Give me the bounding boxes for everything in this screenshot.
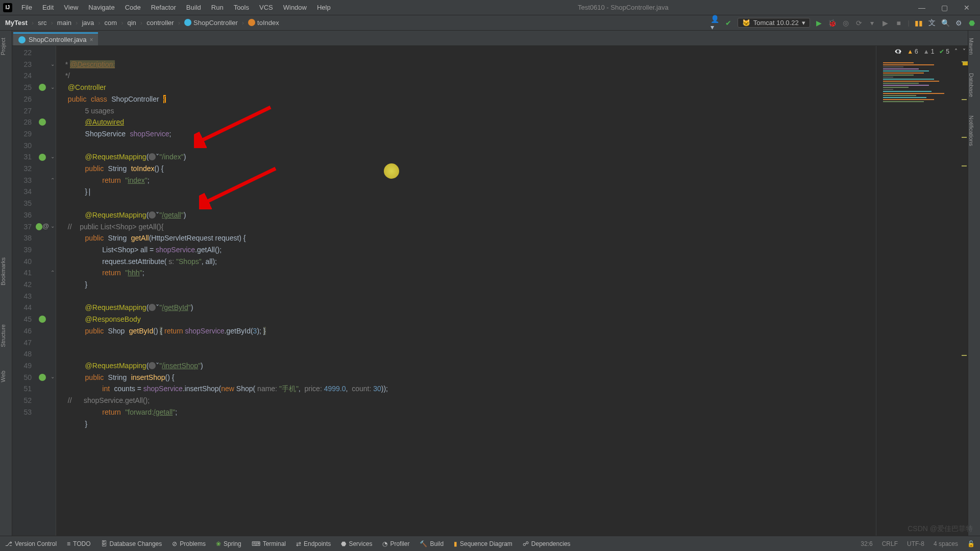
toolwindow-maven[interactable]: Maven <box>968 34 974 59</box>
menu-vcs[interactable]: VCS <box>255 3 277 12</box>
toolwindow-structure[interactable]: Structure <box>0 320 6 351</box>
toolwindow-project[interactable]: Project <box>0 34 6 59</box>
close-window-button[interactable]: ✕ <box>957 4 977 12</box>
build-icon: 🔨 <box>420 540 427 547</box>
spring-bean-icon[interactable] <box>36 223 42 230</box>
weak-warning-icon[interactable]: ▲ <box>923 48 929 55</box>
crumb-method[interactable]: toIndex <box>247 19 280 27</box>
tab-shopcontroller[interactable]: ShopController.java × <box>13 32 98 45</box>
override-icon[interactable]: @ <box>42 221 49 232</box>
spring-bean-icon[interactable] <box>39 316 46 323</box>
menu-run[interactable]: Run <box>207 3 228 12</box>
run-config-selector[interactable]: 🐱 Tomcat 10.0.22 ▾ <box>738 18 810 28</box>
reader-mode-icon[interactable]: 👁‍🗨 <box>894 48 902 55</box>
menu-file[interactable]: File <box>17 3 36 12</box>
right-tool-stripe: Maven Database Notifications <box>968 31 980 536</box>
run-button[interactable]: ▶ <box>815 19 823 27</box>
web-icon <box>149 153 156 160</box>
tw-services[interactable]: ⬣Services <box>341 540 372 547</box>
menu-window[interactable]: Window <box>279 3 311 12</box>
diagram-icon: ▮ <box>454 540 457 547</box>
crumb-class[interactable]: ShopController <box>183 19 239 27</box>
tw-terminal[interactable]: ⌨Terminal <box>252 540 286 547</box>
coverage-button[interactable]: ◎ <box>842 19 850 27</box>
crumb-controller[interactable]: controller <box>145 19 175 27</box>
inspection-bar: 👁‍🗨 ▲6 ▲1 ✔5 ˄ ˅ <box>876 46 968 536</box>
web-icon <box>149 362 156 369</box>
tw-seq-diagram[interactable]: ▮Sequence Diagram <box>454 540 512 547</box>
problems-icon: ⊘ <box>172 540 177 547</box>
check-icon[interactable]: ✔ <box>939 48 944 55</box>
minimap[interactable] <box>881 61 968 199</box>
tw-db-changes[interactable]: 🗄Database Changes <box>101 540 162 547</box>
menu-edit[interactable]: Edit <box>38 3 58 12</box>
line-separator[interactable]: CRLF <box>882 540 898 547</box>
toolwindow-notifications[interactable]: Notifications <box>968 111 974 150</box>
settings-icon[interactable]: ⚙ <box>954 19 963 27</box>
code-with-me-icon[interactable]: ⬣ <box>968 19 976 27</box>
indent-config[interactable]: 4 spaces <box>934 540 958 547</box>
fold-gutter[interactable]: ⌄⌄ ⌄⌃ ⌄⌃ ⌄ <box>49 46 56 536</box>
vcs-person-icon[interactable]: 👤▾ <box>711 19 719 27</box>
crumb-java[interactable]: java <box>81 19 95 27</box>
tw-dependencies[interactable]: ☍Dependencies <box>523 540 571 547</box>
crumb-src[interactable]: src <box>37 19 47 27</box>
chevron-down-icon[interactable]: ▾ <box>868 19 876 27</box>
menu-code[interactable]: Code <box>121 3 145 12</box>
tw-endpoints[interactable]: ⇄Endpoints <box>296 540 331 547</box>
spring-bean-icon[interactable] <box>39 84 46 91</box>
database-icon: 🗄 <box>101 540 107 547</box>
warning-icon[interactable]: ▲ <box>907 48 913 55</box>
method-icon <box>248 19 255 26</box>
menu-build[interactable]: Build <box>182 3 205 12</box>
maximize-button[interactable]: ▢ <box>934 4 954 12</box>
tw-version-control[interactable]: ⎇Version Control <box>5 540 57 547</box>
tw-spring[interactable]: ❀Spring <box>216 540 241 547</box>
app-logo: IJ <box>3 3 12 12</box>
translate-icon[interactable]: 文 <box>928 19 936 27</box>
menu-view[interactable]: View <box>60 3 82 12</box>
code-area[interactable]: * @Description: */ @Controller public cl… <box>56 46 876 536</box>
toolwindow-web[interactable]: Web <box>0 367 6 386</box>
crumb-qin[interactable]: qin <box>127 19 137 27</box>
vcs-update-icon[interactable]: ✔ <box>724 19 732 27</box>
menu-refactor[interactable]: Refactor <box>147 3 180 12</box>
endpoints-icon: ⇄ <box>296 540 301 547</box>
tw-build[interactable]: 🔨Build <box>420 540 444 547</box>
navbar: MyTest › src› main› java› com› qin› cont… <box>0 15 980 31</box>
spring-bean-icon[interactable] <box>39 154 46 161</box>
down-arrow-icon[interactable]: ˅ <box>963 48 966 55</box>
file-encoding[interactable]: UTF-8 <box>907 540 924 547</box>
cursor-position[interactable]: 32:6 <box>861 540 872 547</box>
ai-icon[interactable]: ▮▮ <box>915 19 923 27</box>
crumb-project[interactable]: MyTest <box>4 19 29 27</box>
stop-button[interactable]: ■ <box>895 19 903 27</box>
tw-problems[interactable]: ⊘Problems <box>172 540 206 547</box>
crumb-com[interactable]: com <box>104 19 118 27</box>
menu-tools[interactable]: Tools <box>230 3 253 12</box>
more-run-icon[interactable]: ▶ <box>881 19 890 27</box>
readonly-icon[interactable]: 🔓 <box>967 540 975 547</box>
close-tab-icon[interactable]: × <box>89 36 93 43</box>
profile-button[interactable]: ⟳ <box>855 19 863 27</box>
editor: 2223242526272829303132333435363738394041… <box>12 46 968 536</box>
menu-navigate[interactable]: Navigate <box>84 3 118 12</box>
spring-icon: ❀ <box>216 540 221 547</box>
toolwindow-bookmarks[interactable]: Bookmarks <box>0 253 6 290</box>
menu-help[interactable]: Help <box>313 3 335 12</box>
spring-bean-icon[interactable] <box>39 374 46 381</box>
tw-todo[interactable]: ≡TODO <box>67 540 90 547</box>
toolwindow-database[interactable]: Database <box>968 69 974 101</box>
navbar-toolbar: 👤▾ ✔ 🐱 Tomcat 10.0.22 ▾ ▶ 🐞 ◎ ⟳ ▾ ▶ ■ | … <box>711 18 976 28</box>
search-icon[interactable]: 🔍 <box>941 19 949 27</box>
debug-button[interactable]: 🐞 <box>828 19 837 27</box>
bottom-toolbar: ⎇Version Control ≡TODO 🗄Database Changes… <box>0 536 980 551</box>
chevron-down-icon: ▾ <box>802 19 805 27</box>
tomcat-icon: 🐱 <box>742 19 750 27</box>
window-title: Test0610 - ShopController.java <box>337 4 910 11</box>
up-arrow-icon[interactable]: ˄ <box>954 48 958 55</box>
tw-profiler[interactable]: ◔Profiler <box>382 540 409 547</box>
minimize-button[interactable]: — <box>912 4 932 12</box>
spring-bean-icon[interactable] <box>39 118 46 126</box>
crumb-main[interactable]: main <box>56 19 72 27</box>
